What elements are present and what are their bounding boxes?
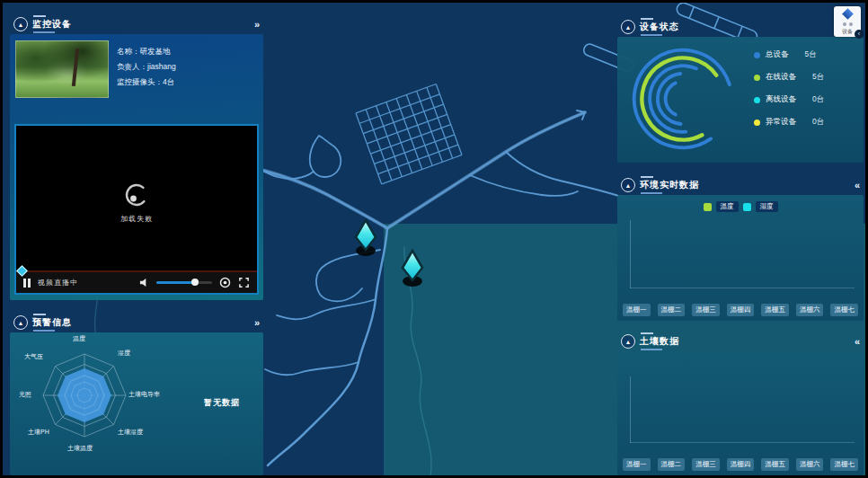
tab-greenhouse-4[interactable]: 温棚四 <box>727 458 755 471</box>
radar-label-6: 光照 <box>19 390 31 399</box>
camera-count-value: 4台 <box>163 77 174 86</box>
tab-greenhouse-3[interactable]: 温棚三 <box>692 458 720 471</box>
site-info: 名称：研发基地 负责人：jiashang 监控摄像头：4台 <box>117 40 176 98</box>
radar-label-3: 土壤湿度 <box>118 428 143 437</box>
loading-text: 加载失败 <box>120 214 153 224</box>
panel-title: 监控设备 <box>32 15 72 33</box>
legend-dot-icon <box>754 52 760 58</box>
legend-dots-icon <box>843 22 853 26</box>
video-player[interactable]: 加载失败 视频直播中 <box>14 124 259 295</box>
soil-panel-header: ▲ 土壤数据 « <box>617 332 864 351</box>
tab-greenhouse-7[interactable]: 温棚七 <box>830 458 858 471</box>
video-controls: 视频直播中 <box>16 270 257 293</box>
panel-title: 预警信息 <box>32 314 72 332</box>
status-panel-header: ▲ 设备状态 <box>617 17 864 37</box>
monitor-panel-header: ▲ 监控设备 » <box>10 14 263 34</box>
expand-icon[interactable]: » <box>254 19 260 30</box>
volume-slider-knob[interactable] <box>191 279 199 286</box>
legend-dot-icon <box>754 75 760 81</box>
tab-greenhouse-6[interactable]: 温棚六 <box>796 458 824 471</box>
tab-greenhouse-5[interactable]: 温棚五 <box>761 304 789 316</box>
panel-device-status: ▲ 设备状态 总设备 5台 <box>617 17 864 163</box>
legend-item-online[interactable]: 在线设备 5台 <box>754 72 824 83</box>
site-name-value: 研发基地 <box>140 47 171 56</box>
legend-item-offline[interactable]: 离线设备 0台 <box>754 94 824 105</box>
y-axis-line <box>630 220 631 288</box>
tab-greenhouse-1[interactable]: 温棚一 <box>623 458 651 471</box>
tab-greenhouse-3[interactable]: 温棚三 <box>692 304 720 316</box>
shield-icon: ▲ <box>621 20 635 34</box>
humidity-legend-chip[interactable] <box>743 203 751 211</box>
panel-title: 土壤数据 <box>640 332 679 350</box>
env-greenhouse-tabs: 温棚一 温棚二 温棚三 温棚四 温棚五 温棚六 温棚七 <box>623 304 858 316</box>
device-gauge-chart <box>626 42 740 155</box>
loading-spinner-icon <box>124 182 149 208</box>
panel-environment-data: ▲ 环境实时数据 « 温度 湿度 温棚一 温棚二 温棚三 温棚四 温棚五 温棚六… <box>617 175 864 321</box>
volume-icon[interactable] <box>139 278 149 288</box>
expand-icon[interactable]: » <box>254 317 260 328</box>
warning-panel-header: ▲ 预警信息 » <box>10 313 263 332</box>
record-button[interactable] <box>219 277 231 288</box>
y-axis-line <box>630 376 631 443</box>
tab-greenhouse-6[interactable]: 温棚六 <box>796 304 824 316</box>
status-panel-body: 总设备 5台 在线设备 5台 离线设备 0台 异常设备 0台 <box>617 37 864 163</box>
x-axis-line <box>630 442 855 443</box>
legend-item-abnormal[interactable]: 异常设备 0台 <box>754 117 824 128</box>
env-panel-header: ▲ 环境实时数据 « <box>617 175 864 195</box>
tab-greenhouse-2[interactable]: 温棚二 <box>658 458 686 471</box>
video-loading: 加载失败 <box>16 182 257 224</box>
panel-title: 设备状态 <box>640 18 679 36</box>
monitor-panel-body: 名称：研发基地 负责人：jiashang 监控摄像头：4台 加载失败 视频直播中 <box>10 34 263 300</box>
site-owner-label: 负责人： <box>117 62 147 71</box>
tab-greenhouse-5[interactable]: 温棚五 <box>761 458 789 471</box>
radar-label-0: 温度 <box>73 334 85 343</box>
radar-label-2: 土壤电导率 <box>128 390 160 399</box>
soil-greenhouse-tabs: 温棚一 温棚二 温棚三 温棚四 温棚五 温棚六 温棚七 <box>623 458 858 471</box>
fullscreen-icon[interactable] <box>238 277 250 288</box>
radar-label-4: 土壤温度 <box>67 444 93 453</box>
site-owner-value: jiashang <box>147 62 176 71</box>
warning-panel-body: 温度 湿度 土壤电导率 土壤湿度 土壤温度 土壤PH 光照 大气压 暂无数据 <box>10 332 263 475</box>
map-marker-1[interactable] <box>356 220 376 256</box>
tree-trunk <box>72 49 79 86</box>
env-chart-legend: 温度 湿度 <box>617 201 864 212</box>
panel-monitor-devices: ▲ 监控设备 » 名称：研发基地 负责人：jiashang 监控摄像头：4台 <box>10 14 263 300</box>
panel-soil-data: ▲ 土壤数据 « 温棚一 温棚二 温棚三 温棚四 温棚五 温棚六 温棚七 <box>617 332 864 475</box>
dashboard-root: ▲ 监控设备 » 名称：研发基地 负责人：jiashang 监控摄像头：4台 <box>0 0 868 478</box>
camera-thumbnail[interactable] <box>15 40 109 98</box>
panel-warning-info: ▲ 预警信息 » <box>10 313 263 475</box>
tab-greenhouse-7[interactable]: 温棚七 <box>830 304 858 316</box>
live-status-text: 视频直播中 <box>38 278 78 288</box>
legend-collapse-button[interactable]: ‹ <box>855 30 864 39</box>
site-name-label: 名称： <box>117 47 140 56</box>
panel-title: 环境实时数据 <box>640 176 699 194</box>
radar-label-7: 大气压 <box>24 352 43 361</box>
radar-label-1: 湿度 <box>118 349 130 358</box>
shield-icon: ▲ <box>13 17 28 31</box>
soil-icon: ▲ <box>621 334 635 349</box>
legend-dot-icon <box>754 97 760 103</box>
env-panel-body: 温度 湿度 温棚一 温棚二 温棚三 温棚四 温棚五 温棚六 温棚七 <box>617 195 864 321</box>
soil-panel-body: 温棚一 温棚二 温棚三 温棚四 温棚五 温棚六 温棚七 <box>617 351 864 475</box>
x-axis-line <box>630 288 855 288</box>
legend-item-total[interactable]: 总设备 5台 <box>754 49 824 60</box>
collapse-icon[interactable]: « <box>855 336 860 347</box>
legend-dot-icon <box>754 120 760 126</box>
device-legend: 总设备 5台 在线设备 5台 离线设备 0台 异常设备 0台 <box>754 49 824 139</box>
tab-greenhouse-4[interactable]: 温棚四 <box>727 304 755 316</box>
radar-label-5: 土壤PH <box>28 428 49 437</box>
collapse-icon[interactable]: « <box>855 180 860 190</box>
humidity-legend-label[interactable]: 湿度 <box>756 201 778 212</box>
map-city-grid <box>356 84 462 183</box>
chart-icon: ▲ <box>621 178 635 192</box>
temperature-legend-chip[interactable] <box>704 203 712 211</box>
tab-greenhouse-1[interactable]: 温棚一 <box>623 304 651 316</box>
temperature-legend-label[interactable]: 温度 <box>716 201 739 212</box>
no-data-text: 暂无数据 <box>204 397 240 409</box>
device-marker-icon <box>842 8 854 20</box>
camera-count-label: 监控摄像头： <box>117 77 163 86</box>
pause-button[interactable] <box>23 279 31 288</box>
tab-greenhouse-2[interactable]: 温棚二 <box>658 304 686 316</box>
legend-card-label: 设备 <box>842 28 853 36</box>
volume-slider[interactable] <box>156 281 212 284</box>
